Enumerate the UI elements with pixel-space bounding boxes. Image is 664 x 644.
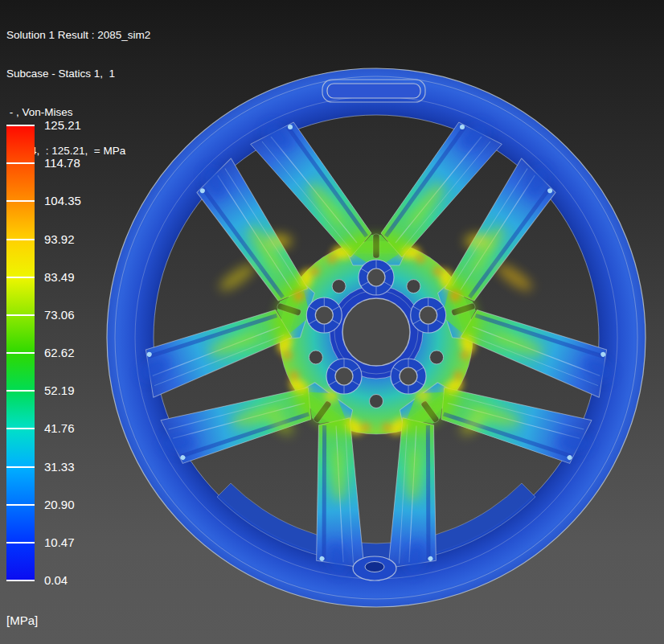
legend-value-label: 73.06 <box>44 308 75 322</box>
legend-tick <box>6 239 35 240</box>
legend-value-label: 20.90 <box>44 498 75 511</box>
legend-tick <box>6 390 35 392</box>
legend-tick <box>6 428 35 429</box>
legend-tick <box>6 352 35 354</box>
legend-tick <box>6 314 35 316</box>
legend-tick <box>6 277 35 278</box>
legend-tick <box>6 504 35 506</box>
header-line-solution: Solution 1 Result : 2085_sim2 <box>6 29 150 42</box>
legend-value-label: 93.92 <box>44 232 75 246</box>
legend-value-label: 125.21 <box>44 118 81 132</box>
legend-value-label: 31.33 <box>44 460 75 474</box>
legend-tick <box>6 542 35 544</box>
lug-hole <box>359 260 394 295</box>
legend-value-label: 52.19 <box>44 384 75 397</box>
wheel-model <box>107 68 646 607</box>
legend-value-label: 0.04 <box>44 573 68 587</box>
legend-value-label: 114.78 <box>44 156 80 170</box>
lug-hole <box>411 297 446 333</box>
legend-value-label: 83.49 <box>44 270 75 284</box>
rim-top-slot <box>327 84 420 98</box>
center-bore-hole <box>342 298 410 366</box>
unit-label: [MPa] <box>6 613 38 627</box>
lug-hole <box>326 359 362 394</box>
legend-tick <box>6 162 35 164</box>
legend-value-label: 104.35 <box>44 194 81 207</box>
legend-tick <box>6 466 35 468</box>
lug-hole <box>306 297 342 333</box>
lug-hole <box>391 359 426 394</box>
header-line-subcase: Subcase - Statics 1, 1 <box>6 68 150 80</box>
legend-value-label: 62.62 <box>44 346 75 359</box>
valve-hole <box>365 562 384 572</box>
stress-legend[interactable]: 125.21114.78104.3593.9283.4973.0662.6252… <box>6 125 111 581</box>
legend-value-label: 10.47 <box>44 535 75 549</box>
legend-value-label: 41.76 <box>44 421 75 435</box>
graphics-viewport[interactable]: Solution 1 Result : 2085_sim2 Subcase - … <box>0 0 664 644</box>
legend-tick <box>6 200 35 202</box>
legend-tick <box>6 125 35 126</box>
legend-tick <box>6 580 35 581</box>
header-line-quantity: - , Von-Mises <box>6 106 150 119</box>
